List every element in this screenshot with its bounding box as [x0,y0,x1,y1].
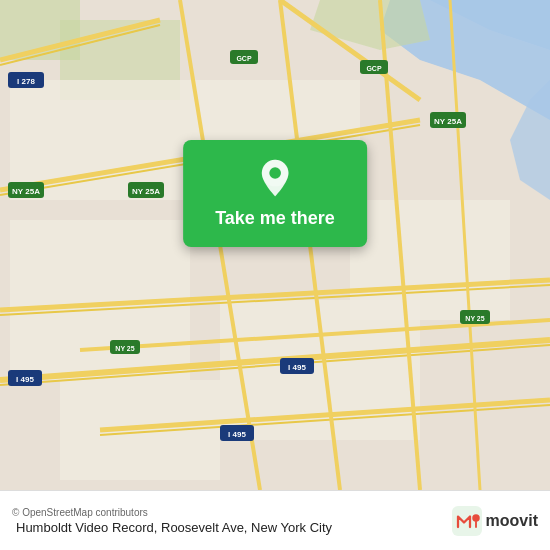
svg-text:I 495: I 495 [16,375,34,384]
svg-rect-12 [350,200,510,320]
attribution-text: © OpenStreetMap contributors [12,507,452,518]
cta-button[interactable]: Take me there [183,140,367,247]
moovit-icon [452,506,482,536]
location-pin-icon [255,158,295,198]
svg-text:NY 25: NY 25 [115,345,134,352]
location-text: Humboldt Video Record, Roosevelt Ave, Ne… [16,520,452,535]
svg-text:NY 25A: NY 25A [12,187,40,196]
svg-rect-11 [60,380,220,480]
svg-point-54 [472,514,480,522]
svg-text:I 495: I 495 [228,430,246,439]
svg-text:GCP: GCP [236,55,252,62]
moovit-text: moovit [486,512,538,530]
map-container: I 278 NY 25A NY 25A GCP GCP NY 25 NY 25 … [0,0,550,490]
svg-text:NY 25: NY 25 [465,315,484,322]
svg-point-52 [269,167,281,179]
svg-text:NY 25A: NY 25A [132,187,160,196]
svg-text:GCP: GCP [366,65,382,72]
moovit-logo: moovit [452,506,538,536]
svg-text:I 278: I 278 [17,77,35,86]
svg-text:I 495: I 495 [288,363,306,372]
bottom-bar: © OpenStreetMap contributors Humboldt Vi… [0,490,550,550]
svg-text:NY 25A: NY 25A [434,117,462,126]
cta-label: Take me there [215,208,335,229]
